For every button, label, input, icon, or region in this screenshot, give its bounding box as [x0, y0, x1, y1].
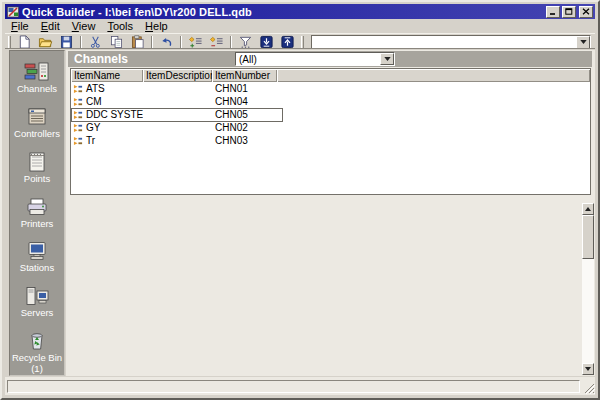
sidebar-item-channels[interactable]: Channels: [10, 61, 64, 106]
sidebar-item-label: Controllers: [14, 129, 60, 139]
table-row[interactable]: DDC SYSTEM CHN05: [71, 108, 590, 121]
item-description: [143, 95, 212, 108]
servers-icon: [24, 285, 50, 307]
triangle-down-icon: [585, 367, 591, 371]
open-folder-icon: [38, 35, 53, 49]
column-header-itemdescription[interactable]: ItemDescription: [143, 69, 212, 82]
app-icon: [7, 6, 19, 18]
view-title: Channels: [74, 52, 128, 66]
menu-edit[interactable]: Edit: [35, 20, 66, 33]
window-title: Quick Builder - I:\bei fen\DY\r200 DELL.…: [22, 6, 544, 18]
maximize-icon: [565, 8, 573, 15]
sidebar-item-label: Printers: [21, 219, 54, 229]
sidebar-item-controllers[interactable]: Controllers: [10, 106, 64, 151]
column-header-itemnumber[interactable]: ItemNumber: [212, 69, 277, 82]
column-header-row: ItemName ItemDescription ItemNumber: [71, 69, 590, 82]
scroll-down-button[interactable]: [582, 363, 594, 375]
item-description: [143, 121, 212, 134]
sidebar-item-label: Recycle Bin: [12, 353, 62, 363]
app-window: Quick Builder - I:\bei fen\DY\r200 DELL.…: [0, 0, 600, 400]
column-header-filler: [277, 69, 590, 82]
channel-item-icon: [73, 84, 83, 94]
sidebar-item-servers[interactable]: Servers: [10, 285, 64, 330]
undo-arrow-icon: [159, 35, 174, 49]
content-pane: Channels (All) ItemName ItemDescription …: [66, 50, 595, 376]
table-row[interactable]: CM CHN04: [71, 95, 590, 108]
copy-icon: [109, 35, 124, 49]
channels-icon: [24, 61, 50, 83]
item-name: DDC SYSTEM: [86, 109, 143, 121]
item-description: [143, 82, 212, 95]
sidebar-item-sublabel: (1): [31, 364, 43, 374]
new-document-icon: [17, 35, 32, 49]
item-name: CM: [86, 96, 102, 108]
toolbar-separator: [80, 36, 82, 49]
points-icon: [24, 151, 50, 173]
channel-item-icon: [73, 136, 83, 146]
item-description: [143, 108, 212, 121]
toolbar-grip[interactable]: [8, 36, 11, 49]
item-name: Tr: [86, 135, 95, 147]
printers-icon: [24, 196, 50, 218]
table-row[interactable]: GY CHN02: [71, 121, 590, 134]
sidebar-item-label: Servers: [21, 308, 54, 318]
sidebar-item-stations[interactable]: Stations: [10, 240, 64, 285]
minimize-icon: [549, 8, 557, 15]
minimize-button[interactable]: [546, 6, 560, 18]
status-bar: [5, 377, 595, 395]
table-row[interactable]: Tr CHN03: [71, 134, 590, 147]
toolbar-separator: [230, 36, 232, 49]
title-bar: Quick Builder - I:\bei fen\DY\r200 DELL.…: [5, 4, 595, 19]
sidebar-item-recycle-bin[interactable]: Recycle Bin (1): [10, 330, 64, 375]
channels-list: ItemName ItemDescription ItemNumber ATS …: [70, 68, 591, 195]
sidebar-item-label: Points: [24, 174, 50, 184]
sidebar-item-points[interactable]: Points: [10, 151, 64, 196]
channel-item-icon: [73, 110, 83, 120]
column-header-itemname[interactable]: ItemName: [71, 69, 143, 82]
item-number: CHN05: [212, 108, 277, 121]
upload-icon: [280, 35, 295, 49]
resize-grip[interactable]: [582, 381, 595, 394]
status-message: [7, 380, 580, 393]
close-button[interactable]: [579, 6, 593, 18]
stations-icon: [24, 240, 50, 262]
chevron-down-icon: [580, 40, 587, 44]
vertical-scrollbar: [582, 203, 594, 375]
toolbar-separator: [180, 36, 182, 49]
filter-combobox[interactable]: (All): [235, 52, 395, 66]
maximize-button[interactable]: [562, 6, 576, 18]
sidebar-item-label: Channels: [17, 84, 57, 94]
client-area: Channels Controllers: [5, 48, 595, 376]
toolbar-combobox-dropdown-button[interactable]: [576, 36, 590, 49]
item-name: GY: [86, 122, 100, 134]
item-description: [143, 134, 212, 147]
chevron-down-icon: [384, 57, 391, 61]
item-name: ATS: [86, 83, 105, 95]
recycle-bin-icon: [24, 330, 50, 352]
menu-view[interactable]: View: [66, 20, 102, 33]
item-number: CHN01: [212, 82, 277, 95]
sidebar-item-printers[interactable]: Printers: [10, 196, 64, 241]
scroll-up-button[interactable]: [582, 203, 594, 215]
shortcut-sidebar: Channels Controllers: [9, 50, 65, 376]
remove-item-icon: [209, 35, 224, 49]
toolbar-grip[interactable]: [301, 36, 304, 49]
scrollbar-thumb[interactable]: [582, 215, 594, 259]
download-icon: [259, 35, 274, 49]
scrollbar-track[interactable]: [582, 259, 594, 363]
item-number: CHN03: [212, 134, 277, 147]
save-floppy-icon: [59, 35, 74, 49]
paste-clipboard-icon: [130, 35, 145, 49]
filter-dropdown-button[interactable]: [380, 53, 394, 65]
close-icon: [582, 8, 590, 15]
menu-help[interactable]: Help: [139, 20, 174, 33]
filter-funnel-icon: [238, 35, 253, 49]
add-item-icon: [188, 35, 203, 49]
cut-scissors-icon: [88, 35, 103, 49]
channel-item-icon: [73, 123, 83, 133]
table-row[interactable]: ATS CHN01: [71, 82, 590, 95]
menu-file[interactable]: File: [5, 20, 35, 33]
item-number: CHN02: [212, 121, 277, 134]
menu-tools[interactable]: Tools: [101, 20, 139, 33]
triangle-up-icon: [585, 207, 591, 211]
